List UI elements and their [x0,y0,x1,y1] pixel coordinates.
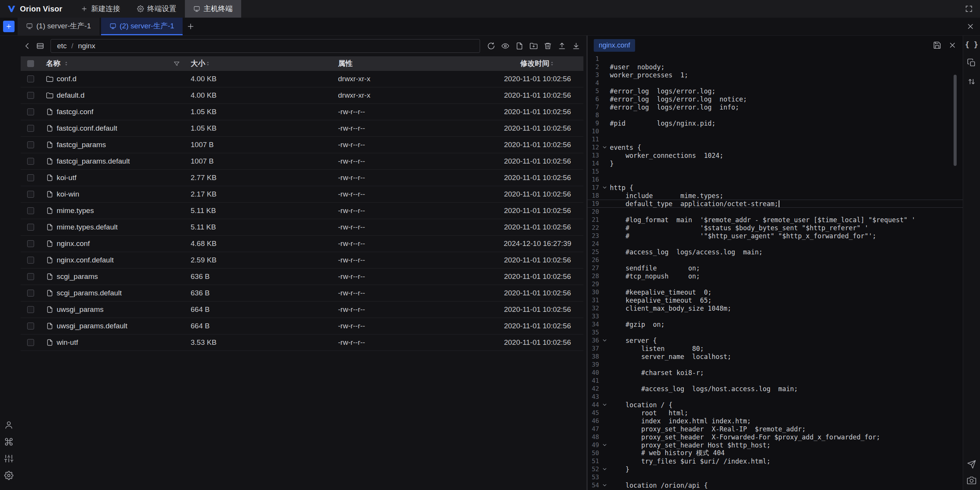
copy-icon[interactable] [967,58,976,67]
screenshot-icon[interactable] [967,476,976,485]
editor-code-area[interactable]: 12#user nobody;3worker_processes 1;45#er… [588,55,963,490]
new-connection-button[interactable]: 新建连接 [72,0,129,18]
code-line-23[interactable]: 23 # '"$http_user_agent" "$http_x_forwar… [588,232,963,240]
file-name[interactable]: koi-win [57,190,79,198]
preferences-icon[interactable] [4,454,13,463]
file-name[interactable]: uwsgi_params [57,305,104,314]
code-line-17[interactable]: 17http { [588,184,963,192]
file-name[interactable]: fastcgi_params [57,141,106,149]
code-line-8[interactable]: 8 [588,111,963,119]
code-line-12[interactable]: 12events { [588,143,963,151]
row-checkbox[interactable] [27,257,34,264]
row-checkbox[interactable] [27,125,34,132]
transfer-icon[interactable] [967,77,976,86]
file-row-nginx.conf[interactable]: nginx.conf4.68 KB-rw-r--r--2024-12-10 16… [21,236,583,252]
add-tab-button[interactable] [186,22,195,31]
new-file-icon[interactable] [515,42,524,50]
file-name[interactable]: fastcgi_params.default [57,157,130,166]
code-line-52[interactable]: 52 } [588,465,963,473]
delete-icon[interactable] [544,42,552,50]
code-line-44[interactable]: 44 location / { [588,401,963,409]
code-line-4[interactable]: 4 [588,79,963,87]
file-name[interactable]: fastcgi.conf.default [57,124,117,133]
code-line-3[interactable]: 3worker_processes 1; [588,71,963,79]
fold-chevron-icon[interactable] [599,442,610,448]
column-header-name[interactable]: 名称 [46,59,60,69]
code-line-24[interactable]: 24 [588,240,963,248]
row-checkbox[interactable] [27,108,34,115]
send-command-icon[interactable] [967,460,976,469]
filter-icon[interactable] [173,61,180,67]
select-all-checkbox[interactable] [27,60,34,67]
row-checkbox[interactable] [27,224,34,231]
list-view-icon[interactable] [36,42,44,50]
row-checkbox[interactable] [27,75,34,82]
file-name[interactable]: win-utf [57,338,78,347]
settings-icon[interactable] [4,471,13,480]
file-row-fastcgi_params.default[interactable]: fastcgi_params.default1007 B-rw-r--r--20… [21,153,583,170]
code-line-33[interactable]: 33 [588,312,963,320]
editor-file-badge[interactable]: nginx.conf [594,39,635,52]
code-line-32[interactable]: 32 client_max_body_size 1048m; [588,304,963,312]
file-row-koi-win[interactable]: koi-win2.17 KB-rw-r--r--2020-11-01 10:02… [21,186,583,203]
refresh-icon[interactable] [487,42,495,50]
file-name[interactable]: mime.types [57,206,94,215]
host-terminal-nav-item[interactable]: 主机终端 [185,0,241,18]
fold-chevron-icon[interactable] [599,482,610,488]
file-name[interactable]: default.d [57,91,85,100]
terminal-settings-button[interactable]: 终端设置 [129,0,185,18]
new-session-button[interactable] [3,21,15,32]
code-line-13[interactable]: 13 worker_connections 1024; [588,151,963,159]
fullscreen-icon[interactable] [965,5,973,13]
code-line-7[interactable]: 7#error_log logs/error.log info; [588,103,963,111]
fold-chevron-icon[interactable] [599,185,610,190]
code-line-48[interactable]: 48 proxy_set_header X-Forwarded-For $pro… [588,433,963,441]
code-line-49[interactable]: 49 proxy_set_header Host $http_host; [588,441,963,449]
row-checkbox[interactable] [27,191,34,198]
code-line-27[interactable]: 27 sendfile on; [588,264,963,272]
back-icon[interactable] [23,42,31,50]
file-name[interactable]: conf.d [57,75,77,83]
code-line-1[interactable]: 1 [588,55,963,63]
code-line-31[interactable]: 31 keepalive_timeout 65; [588,296,963,304]
code-line-20[interactable]: 20 [588,208,963,216]
code-line-5[interactable]: 5#error_log logs/error.log; [588,87,963,95]
code-line-9[interactable]: 9#pid logs/nginx.pid; [588,119,963,127]
code-line-26[interactable]: 26 [588,256,963,264]
code-line-35[interactable]: 35 [588,328,963,336]
user-icon[interactable] [4,420,13,429]
fold-chevron-icon[interactable] [599,338,610,343]
file-row-mime.types[interactable]: mime.types5.11 KB-rw-r--r--2020-11-01 10… [21,203,583,219]
file-row-fastcgi.conf[interactable]: fastcgi.conf1.05 KB-rw-r--r--2020-11-01 … [21,104,583,120]
download-icon[interactable] [572,42,580,50]
fold-chevron-icon[interactable] [599,144,610,150]
breadcrumb-segment[interactable]: nginx [78,42,95,50]
file-row-fastcgi.conf.default[interactable]: fastcgi.conf.default1.05 KB-rw-r--r--202… [21,120,583,137]
code-line-38[interactable]: 38 server_name localhost; [588,352,963,361]
upload-icon[interactable] [558,42,566,50]
file-name[interactable]: scgi_params [57,272,98,281]
file-row-scgi_params.default[interactable]: scgi_params.default636 B-rw-r--r--2020-1… [21,285,583,302]
file-row-win-utf[interactable]: win-utf3.53 KB-rw-r--r--2020-11-01 10:02… [21,334,583,351]
code-line-21[interactable]: 21 #log_format main '$remote_addr - $rem… [588,216,963,224]
file-row-conf.d[interactable]: conf.d4.00 KBdrwxr-xr-x2020-11-01 10:02:… [21,71,583,87]
row-checkbox[interactable] [27,273,34,280]
code-line-43[interactable]: 43 [588,393,963,401]
code-line-39[interactable]: 39 [588,361,963,369]
editor-scrollbar-thumb[interactable] [954,75,957,166]
file-name[interactable]: scgi_params.default [57,289,122,297]
file-name[interactable]: nginx.conf.default [57,256,114,264]
code-line-46[interactable]: 46 index index.html index.htm; [588,417,963,425]
file-row-nginx.conf.default[interactable]: nginx.conf.default2.59 KB-rw-r--r--2020-… [21,252,583,269]
file-row-fastcgi_params[interactable]: fastcgi_params1007 B-rw-r--r--2020-11-01… [21,137,583,153]
code-line-25[interactable]: 25 #access_log logs/access.log main; [588,248,963,256]
file-row-uwsgi_params[interactable]: uwsgi_params664 B-rw-r--r--2020-11-01 10… [21,302,583,318]
row-checkbox[interactable] [27,174,34,181]
code-line-30[interactable]: 30 #keepalive_timeout 0; [588,288,963,296]
code-line-36[interactable]: 36 server { [588,336,963,344]
session-tab-2[interactable]: (2) server-生产-1 [101,18,183,35]
code-line-6[interactable]: 6#error_log logs/error.log notice; [588,95,963,103]
close-editor-icon[interactable] [948,41,957,49]
file-name[interactable]: mime.types.default [57,223,118,231]
file-name[interactable]: nginx.conf [57,239,90,248]
